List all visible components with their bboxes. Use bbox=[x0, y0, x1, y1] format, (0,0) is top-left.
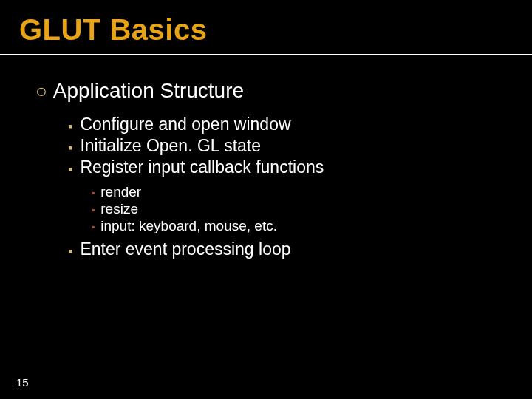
square-bullet-icon: ▪ bbox=[68, 119, 72, 134]
small-square-bullet-icon: ▪ bbox=[92, 188, 95, 198]
square-bullet-icon: ▪ bbox=[68, 162, 72, 177]
square-bullet-icon: ▪ bbox=[68, 140, 72, 156]
list-item: ▪ Initialize Open. GL state bbox=[68, 136, 502, 156]
small-square-bullet-icon: ▪ bbox=[92, 222, 95, 232]
list-item-text: Configure and open window bbox=[80, 115, 290, 134]
section-heading-row: ○ Application Structure bbox=[35, 79, 502, 103]
section-heading: Application Structure bbox=[53, 79, 244, 103]
list-item-text: input: keyboard, mouse, etc. bbox=[100, 218, 277, 234]
circle-bullet-icon: ○ bbox=[35, 81, 47, 100]
list-item: ▪ Configure and open window bbox=[68, 115, 502, 134]
page-number: 15 bbox=[16, 376, 29, 389]
list-item: ▪ render bbox=[92, 184, 502, 200]
list-item: ▪ Register input callback functions bbox=[68, 157, 502, 177]
slide-content: ○ Application Structure ▪ Configure and … bbox=[0, 61, 532, 265]
list-item-text: Initialize Open. GL state bbox=[80, 136, 261, 156]
small-square-bullet-icon: ▪ bbox=[92, 205, 95, 215]
list-item: ▪ input: keyboard, mouse, etc. bbox=[92, 218, 502, 234]
list-item-text: render bbox=[100, 184, 141, 200]
list-item-text: Enter event processing loop bbox=[80, 239, 290, 259]
list-item-text: resize bbox=[100, 201, 138, 217]
list-item: ▪ Enter event processing loop bbox=[68, 239, 502, 259]
level2-list: ▪ Configure and open window ▪ Initialize… bbox=[35, 107, 502, 265]
title-divider bbox=[0, 54, 532, 55]
square-bullet-icon: ▪ bbox=[68, 244, 72, 259]
level3-list: ▪ render ▪ resize ▪ input: keyboard, mou… bbox=[68, 179, 502, 238]
title-block: GLUT Basics bbox=[0, 0, 532, 47]
list-item-text: Register input callback functions bbox=[80, 157, 324, 177]
slide-title: GLUT Basics bbox=[19, 13, 532, 47]
slide: GLUT Basics ○ Application Structure ▪ Co… bbox=[0, 0, 532, 399]
list-item: ▪ resize bbox=[92, 201, 502, 217]
